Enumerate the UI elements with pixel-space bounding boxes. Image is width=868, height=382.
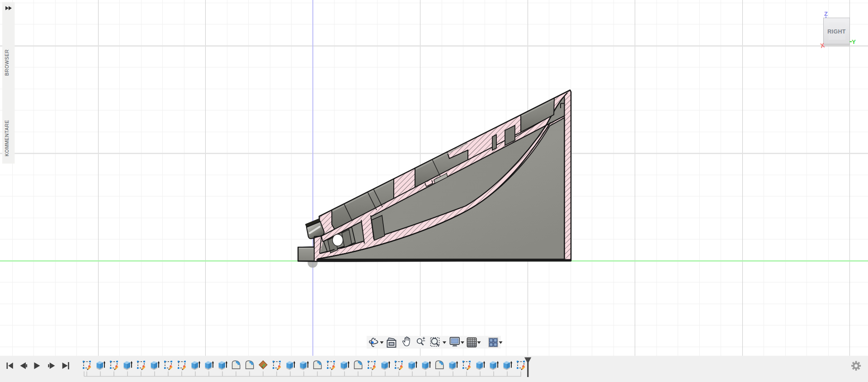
svg-text:RIGHT: RIGHT bbox=[827, 29, 845, 35]
svg-text:Y: Y bbox=[852, 38, 856, 45]
svg-text:KOMMENTARE: KOMMENTARE bbox=[4, 120, 9, 156]
svg-text:BROWSER: BROWSER bbox=[4, 49, 9, 76]
svg-text:Z: Z bbox=[824, 10, 828, 17]
